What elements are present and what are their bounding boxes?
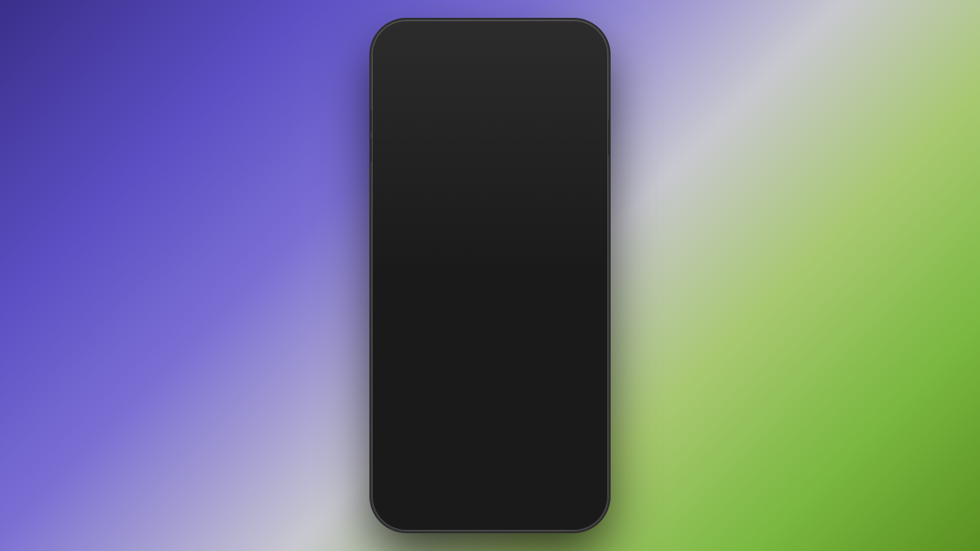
news-icon [442,277,480,315]
app-watch[interactable]: Watch [387,277,433,325]
svg-rect-1 [547,45,549,50]
status-time: 09:05 [392,39,418,50]
settings-icon [551,221,589,259]
facebook-icon [498,114,536,152]
status-icons [545,42,588,50]
right-row-2: WhatsApp [496,221,593,269]
slack-label: Slack [562,208,577,216]
weather-widget-container[interactable]: Worcester 21° 🌤 Sunny H:27° [387,167,482,272]
svg-rect-0 [545,47,547,50]
reminders-today-label: Today [507,286,584,295]
news-label: News [453,318,469,325]
clock-icon [391,114,429,152]
appstore-label: App Store [447,371,475,379]
app-music[interactable]: Music [387,330,433,379]
app-instagram[interactable]: Instagram [547,114,593,162]
reminders-widget[interactable]: Today 0 [498,277,593,371]
svg-point-24 [566,129,574,136]
calendar-label: Calendar [450,101,477,108]
svg-rect-37 [460,292,466,293]
svg-rect-36 [454,291,459,297]
battery-icon [572,42,588,50]
app-twitter[interactable]: Twitter [440,114,486,162]
left-app-col: Watch [387,277,484,379]
things-icon [500,167,538,205]
app-clock[interactable]: Clock [387,114,433,162]
phone-screen: 09:05 [377,26,603,525]
row4-top: Watch [387,277,484,325]
notch [445,26,535,43]
weather-icon [551,60,589,98]
app-row-2: Clock Twitter Fa [387,114,593,162]
instagram-label: Instagram [556,154,584,162]
volume-up-button[interactable] [369,110,372,133]
app-appstore[interactable]: App Store [438,330,484,379]
svg-point-25 [574,126,576,129]
dock-mail[interactable] [447,476,484,513]
svg-rect-2 [550,44,552,50]
reminders-widget-container[interactable]: Today 0 [498,277,593,381]
svg-point-28 [566,236,574,244]
home-screen: Messages Wednesday 24 Calendar [377,54,603,468]
app-news[interactable]: News [438,277,484,325]
signal-icon [545,42,555,50]
svg-point-22 [409,131,412,134]
svg-rect-5 [586,45,588,48]
svg-rect-3 [553,42,554,50]
messages-label: Messages [396,101,425,108]
app-settings[interactable]: Settings [547,221,593,269]
svg-point-43 [413,346,420,354]
messages-icon [391,60,429,98]
volume-down-button[interactable] [369,138,372,161]
weather-widget-condition: Sunny [396,237,473,245]
weather-widget-label: Weather [422,264,447,272]
right-app-grid: Things [496,167,593,269]
weather-label: Weather [558,101,582,108]
svg-rect-46 [512,335,523,345]
app-things[interactable]: Things [496,167,542,216]
dock-mail-icon [447,476,484,513]
music-label: Music [402,371,419,379]
reminders-icon-row [507,329,584,349]
svg-marker-56 [509,492,517,499]
row4-bottom: Music [387,330,484,379]
whatsapp-label: WhatsApp [504,261,533,269]
svg-point-59 [561,494,565,497]
dock-camera[interactable] [545,476,582,513]
page-dot-2[interactable] [492,459,496,463]
row-4: Watch [387,277,593,381]
page-dots [377,459,603,463]
speaker [468,33,500,36]
app-facebook[interactable]: Facebook [494,114,540,162]
appstore-icon [442,330,480,369]
app-photos[interactable]: Photos [494,60,540,108]
whatsapp-icon [500,221,538,259]
dock-safari[interactable] [496,476,533,513]
reminders-count: 0 [507,300,584,324]
app-whatsapp[interactable]: WhatsApp [496,221,542,269]
right-row-1: Things [496,167,593,216]
power-button[interactable] [608,119,611,155]
app-calendar[interactable]: Wednesday 24 Calendar [440,60,486,108]
svg-point-42 [401,350,409,358]
weather-widget-highlow: H:27° L:14° [396,245,473,253]
reminders-label: Reminders [530,374,561,381]
instagram-icon [551,114,589,152]
photos-icon [498,60,536,98]
page-dot-1[interactable] [484,459,488,463]
slack-icon [551,167,589,205]
twitter-icon [444,114,482,152]
weather-widget-temp: 21° [396,191,473,214]
watch-icon [391,277,429,315]
app-messages[interactable]: Messages [387,60,433,108]
weather-widget[interactable]: Worcester 21° 🌤 Sunny H:27° [387,167,482,261]
calendar-icon: Wednesday 24 [444,60,482,98]
app-slack[interactable]: Slack [547,167,593,216]
photos-label: Photos [507,101,526,108]
app-weather[interactable]: Weather [547,60,593,108]
svg-rect-40 [454,301,463,302]
dock-phone[interactable] [398,476,435,513]
svg-rect-6 [573,44,584,48]
app-row-1: Messages Wednesday 24 Calendar [387,60,593,108]
things-label: Things [509,208,528,216]
